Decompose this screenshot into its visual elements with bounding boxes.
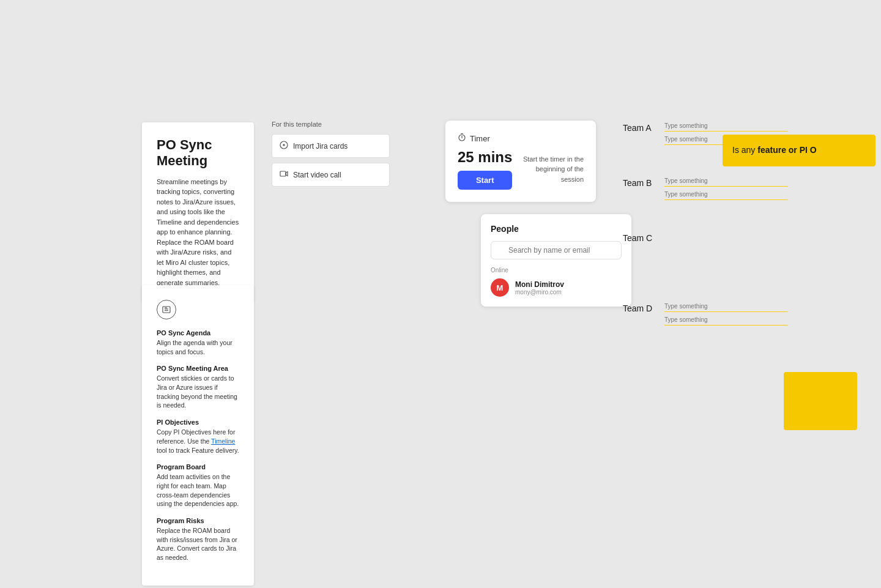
timer-panel: Timer 25 mins Start Start the timer in t… xyxy=(445,121,596,202)
agenda-section-5: Program Risks Replace the ROAM board wit… xyxy=(157,517,239,562)
start-video-button[interactable]: Start video call xyxy=(272,163,390,187)
team-b-inputs xyxy=(664,176,788,200)
avatar: M xyxy=(491,278,509,297)
person-email: mony@miro.com xyxy=(515,289,564,296)
timer-left: 25 mins Start xyxy=(458,149,512,190)
timer-value: 25 mins xyxy=(458,149,512,166)
timer-container: 25 mins Start Start the timer in the beg… xyxy=(458,149,584,190)
for-template-label: For this template xyxy=(272,121,390,128)
team-b-input-2[interactable] xyxy=(664,189,788,200)
agenda-section-3: PI Objectives Copy PI Objectives here fo… xyxy=(157,419,239,455)
team-a-input-1[interactable] xyxy=(664,121,788,132)
team-c-label: Team C xyxy=(623,233,660,243)
timer-start-button[interactable]: Start xyxy=(458,171,512,190)
agenda-panel: PO Sync Agenda Align the agenda with you… xyxy=(142,285,254,586)
search-wrapper: 🔍 xyxy=(491,241,622,259)
team-row-c: Team C xyxy=(623,231,788,243)
team-b-input-1[interactable] xyxy=(664,176,788,187)
online-label: Online xyxy=(491,267,622,274)
agenda-text-5: Replace the ROAM board with risks/issues… xyxy=(157,526,239,562)
team-d-inputs xyxy=(664,301,788,326)
agenda-icon xyxy=(157,300,176,319)
team-d-input-2[interactable] xyxy=(664,314,788,326)
agenda-title-3: PI Objectives xyxy=(157,419,239,426)
timer-icon xyxy=(458,133,466,144)
agenda-section-4: Program Board Add team activities on the… xyxy=(157,463,239,508)
people-search-input[interactable] xyxy=(491,241,622,259)
timeline-link[interactable]: Timeline xyxy=(211,437,235,445)
person-info: Moni Dimitrov mony@miro.com xyxy=(515,280,564,296)
person-name: Moni Dimitrov xyxy=(515,280,564,289)
people-title: People xyxy=(491,224,622,234)
team-row-b: Team B xyxy=(623,176,788,200)
template-actions-panel: For this template Import Jira cards Star… xyxy=(272,121,390,192)
panel-body: Streamline meetings by tracking topics, … xyxy=(157,177,239,288)
agenda-title-2: PO Sync Meeting Area xyxy=(157,365,239,372)
feature-card: Is any feature or PI O xyxy=(723,135,875,166)
svg-rect-5 xyxy=(280,171,286,176)
people-panel: People 🔍 Online M Moni Dimitrov mony@mir… xyxy=(481,214,631,307)
agenda-title-5: Program Risks xyxy=(157,517,239,524)
timer-description: Start the timer in the beginning of the … xyxy=(522,154,584,185)
description-panel: PO Sync Meeting Streamline meetings by t… xyxy=(142,122,254,302)
timer-label: Timer xyxy=(470,134,490,143)
agenda-text-1: Align the agenda with your topics and fo… xyxy=(157,338,239,356)
person-row: M Moni Dimitrov mony@miro.com xyxy=(491,278,622,297)
team-a-label: Team A xyxy=(623,123,660,133)
agenda-text-2: Convert stickies or cards to Jira or Azu… xyxy=(157,374,239,410)
feature-question: Is any feature or PI O xyxy=(732,144,866,157)
agenda-text-3: Copy PI Objectives here for reference. U… xyxy=(157,428,239,455)
agenda-title-4: Program Board xyxy=(157,463,239,471)
jira-icon xyxy=(280,141,288,151)
import-jira-label: Import Jira cards xyxy=(293,142,348,151)
agenda-text-4: Add team activities on the right for eac… xyxy=(157,472,239,508)
panel-title: PO Sync Meeting xyxy=(157,137,239,169)
team-d-input-1[interactable] xyxy=(664,301,788,312)
import-jira-button[interactable]: Import Jira cards xyxy=(272,134,390,158)
team-c-yellow-block xyxy=(784,372,857,430)
start-video-label: Start video call xyxy=(293,171,341,179)
team-b-label: Team B xyxy=(623,178,660,188)
agenda-section-1: PO Sync Agenda Align the agenda with you… xyxy=(157,329,239,356)
team-row-d: Team D xyxy=(623,301,788,326)
video-icon xyxy=(280,169,288,180)
team-d-label: Team D xyxy=(623,303,660,313)
agenda-section-2: PO Sync Meeting Area Convert stickies or… xyxy=(157,365,239,410)
canvas: PO Sync Meeting Streamline meetings by t… xyxy=(0,0,881,588)
agenda-title-1: PO Sync Agenda xyxy=(157,329,239,337)
timer-header: Timer xyxy=(458,133,584,144)
